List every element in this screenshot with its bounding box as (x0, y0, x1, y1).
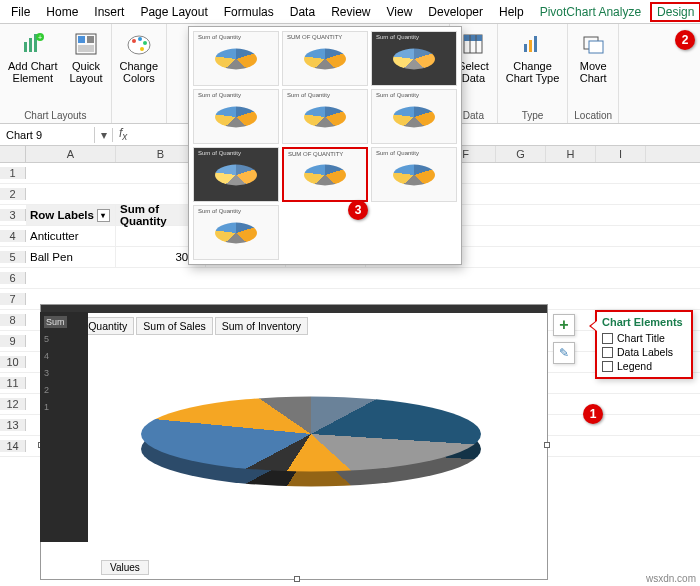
pie-3d-plot (141, 359, 481, 509)
svg-rect-20 (534, 36, 537, 52)
style-option-2[interactable]: SUM OF QUANTITY (282, 31, 368, 86)
style-option-9[interactable]: Sum of Quantity (371, 147, 457, 202)
cell-row-labels[interactable]: Row Labels▾ (26, 205, 116, 225)
tab-pivotchart-analyze[interactable]: PivotChart Analyze (533, 2, 648, 22)
group-chart-layouts: Chart Layouts (24, 108, 86, 123)
callout-badge-1: 1 (583, 404, 603, 424)
sum-short-label: Sum (44, 316, 67, 328)
quick-layout-label: Quick Layout (70, 60, 103, 84)
svg-rect-8 (78, 45, 94, 52)
checkbox-icon[interactable] (602, 333, 613, 344)
callout-badge-2: 2 (675, 30, 695, 50)
style-option-3[interactable]: Sum of Quantity (371, 31, 457, 86)
style-option-10[interactable]: Sum of Quantity (193, 205, 279, 260)
chart-styles-button[interactable]: ✎ (553, 342, 575, 364)
style-option-4[interactable]: Sum of Quantity (193, 89, 279, 144)
chart-elements-header: Chart Elements (602, 316, 686, 331)
tab-developer[interactable]: Developer (421, 2, 490, 22)
add-element-label: Add Chart Element (8, 60, 58, 84)
style-option-1[interactable]: Sum of Quantity (193, 31, 279, 86)
opt-data-labels[interactable]: Data Labels (602, 345, 686, 359)
tab-help[interactable]: Help (492, 2, 531, 22)
tab-home[interactable]: Home (39, 2, 85, 22)
group-type: Type (522, 108, 544, 123)
tab-design[interactable]: Design (650, 2, 700, 22)
callout-badge-3: 3 (348, 200, 368, 220)
style-option-8-selected[interactable]: SUM OF QUANTITY (282, 147, 368, 202)
checkbox-icon[interactable] (602, 361, 613, 372)
overlapping-chart-fragment: Sum 54321 (40, 312, 88, 542)
tab-review[interactable]: Review (324, 2, 377, 22)
svg-point-10 (132, 39, 136, 43)
tab-insert[interactable]: Insert (87, 2, 131, 22)
svg-rect-0 (24, 42, 27, 52)
cell-ballpen[interactable]: Ball Pen (26, 247, 116, 267)
svg-text:+: + (38, 34, 42, 41)
svg-rect-15 (464, 35, 482, 41)
name-box[interactable]: Chart 9 (0, 127, 95, 143)
svg-rect-6 (78, 36, 85, 43)
svg-point-11 (138, 37, 142, 41)
name-box-dropdown[interactable]: ▾ (95, 128, 113, 142)
pivot-chart[interactable]: Sum of Quantity Sum of Sales Sum of Inve… (40, 304, 548, 580)
watermark: wsxdn.com (646, 573, 696, 584)
chart-field-btn-inv[interactable]: Sum of Inventory (215, 317, 308, 335)
style-option-5[interactable]: Sum of Quantity (282, 89, 368, 144)
tab-file[interactable]: File (4, 2, 37, 22)
plus-icon: + (559, 316, 568, 334)
change-colors-label: Change Colors (120, 60, 159, 84)
move-chart-label: Move Chart (580, 60, 607, 84)
ribbon-tabs: File Home Insert Page Layout Formulas Da… (0, 0, 700, 24)
fx-icon[interactable]: fx (113, 126, 133, 142)
chart-styles-gallery: Sum of Quantity SUM OF QUANTITY Sum of Q… (188, 26, 462, 265)
change-type-icon (518, 30, 546, 58)
opt-legend[interactable]: Legend (602, 359, 686, 373)
svg-rect-22 (589, 41, 603, 53)
col-g[interactable]: G (496, 146, 546, 162)
brush-icon: ✎ (559, 346, 569, 360)
filter-dropdown-icon[interactable]: ▾ (97, 209, 110, 222)
change-colors-button[interactable]: Change Colors (118, 28, 161, 86)
quick-layout-button[interactable]: Quick Layout (68, 28, 105, 86)
tab-formulas[interactable]: Formulas (217, 2, 281, 22)
col-h[interactable]: H (546, 146, 596, 162)
group-data: Data (463, 108, 484, 123)
chart-elements-flyout: Chart Elements Chart Title Data Labels L… (595, 310, 693, 379)
col-i[interactable]: I (596, 146, 646, 162)
move-chart-icon (579, 30, 607, 58)
group-location: Location (574, 108, 612, 123)
svg-point-13 (140, 47, 144, 51)
select-data-label: Select Data (458, 60, 489, 84)
tab-data[interactable]: Data (283, 2, 322, 22)
palette-icon (125, 30, 153, 58)
style-option-6[interactable]: Sum of Quantity (371, 89, 457, 144)
col-a[interactable]: A (26, 146, 116, 162)
svg-rect-1 (29, 38, 32, 52)
select-data-icon (459, 30, 487, 58)
svg-point-12 (143, 41, 147, 45)
tab-page-layout[interactable]: Page Layout (133, 2, 214, 22)
chart-field-btn-sales[interactable]: Sum of Sales (136, 317, 212, 335)
quick-layout-icon (72, 30, 100, 58)
style-option-7[interactable]: Sum of Quantity (193, 147, 279, 202)
tab-view[interactable]: View (380, 2, 420, 22)
cell-anticutter[interactable]: Anticutter (26, 226, 116, 246)
change-chart-type-button[interactable]: Change Chart Type (504, 28, 562, 86)
svg-rect-7 (87, 36, 94, 43)
move-chart-button[interactable]: Move Chart (577, 28, 609, 86)
add-chart-element-button[interactable]: + Add Chart Element (6, 28, 60, 86)
chart-elements-button[interactable]: + (553, 314, 575, 336)
add-element-icon: + (19, 30, 47, 58)
opt-chart-title[interactable]: Chart Title (602, 331, 686, 345)
change-type-label: Change Chart Type (506, 60, 560, 84)
chart-values-button[interactable]: Values (101, 560, 149, 575)
checkbox-icon[interactable] (602, 347, 613, 358)
svg-rect-19 (529, 40, 532, 52)
svg-rect-18 (524, 44, 527, 52)
